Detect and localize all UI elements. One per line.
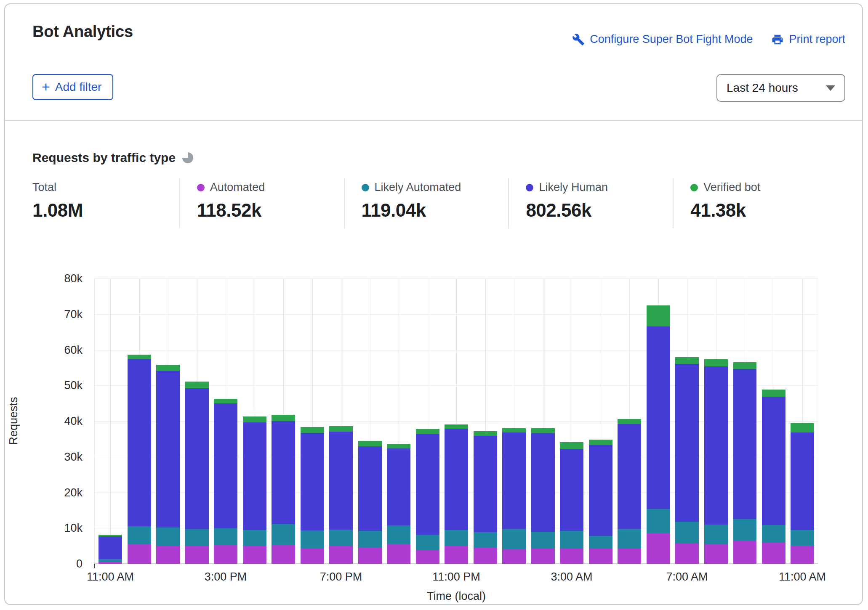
bar-segment-verified-bot[interactable] — [156, 365, 180, 371]
bar-segment-likely-human[interactable] — [791, 432, 814, 530]
bar-1:00 PM[interactable] — [156, 365, 180, 564]
bar-4:00 PM[interactable] — [243, 416, 266, 564]
bar-segment-likely-automated[interactable] — [416, 535, 439, 550]
bar-segment-likely-automated[interactable] — [560, 531, 583, 549]
bar-segment-verified-bot[interactable] — [675, 357, 699, 364]
bar-segment-automated[interactable] — [647, 533, 670, 564]
bar-segment-verified-bot[interactable] — [416, 429, 439, 434]
bar-segment-automated[interactable] — [502, 549, 526, 564]
bar-segment-verified-bot[interactable] — [358, 441, 382, 446]
bar-segment-automated[interactable] — [128, 544, 151, 564]
bar-segment-verified-bot[interactable] — [445, 424, 468, 429]
bar-segment-likely-human[interactable] — [128, 359, 151, 526]
bar-segment-likely-automated[interactable] — [733, 519, 756, 541]
bar-segment-likely-automated[interactable] — [128, 526, 151, 544]
bar-segment-verified-bot[interactable] — [243, 416, 266, 422]
bar-segment-likely-human[interactable] — [618, 424, 641, 529]
bar-segment-likely-automated[interactable] — [675, 522, 699, 544]
bar-segment-likely-human[interactable] — [156, 371, 180, 528]
bar-11:00 PM[interactable] — [445, 424, 468, 564]
bar-segment-automated[interactable] — [589, 549, 612, 564]
bar-4:00 AM[interactable] — [589, 440, 612, 564]
bar-segment-automated[interactable] — [675, 544, 699, 564]
bar-segment-likely-human[interactable] — [589, 445, 612, 536]
bar-segment-likely-human[interactable] — [675, 364, 699, 522]
bar-segment-likely-automated[interactable] — [243, 530, 266, 546]
bar-segment-likely-human[interactable] — [272, 421, 295, 524]
bar-segment-likely-human[interactable] — [704, 366, 728, 524]
bar-segment-likely-human[interactable] — [762, 397, 785, 525]
bar-segment-likely-human[interactable] — [214, 403, 237, 528]
bar-segment-likely-human[interactable] — [301, 433, 324, 530]
bar-6:00 AM[interactable] — [647, 305, 670, 564]
bar-12:00 PM[interactable] — [128, 355, 151, 564]
bar-8:00 AM[interactable] — [704, 359, 728, 564]
bar-segment-likely-automated[interactable] — [762, 525, 785, 543]
bar-segment-likely-automated[interactable] — [387, 525, 410, 544]
bar-segment-automated[interactable] — [704, 544, 728, 564]
bar-segment-verified-bot[interactable] — [474, 431, 497, 436]
bar-segment-automated[interactable] — [733, 541, 756, 564]
bar-segment-automated[interactable] — [272, 545, 295, 564]
bar-11:00 AM[interactable] — [791, 423, 814, 564]
bar-segment-automated[interactable] — [531, 549, 555, 564]
bar-segment-verified-bot[interactable] — [502, 428, 526, 432]
bar-segment-automated[interactable] — [329, 546, 353, 564]
bar-segment-verified-bot[interactable] — [560, 442, 583, 449]
bar-segment-automated[interactable] — [387, 544, 410, 564]
bar-segment-automated[interactable] — [358, 548, 382, 564]
bar-segment-automated[interactable] — [301, 548, 324, 564]
bar-segment-likely-human[interactable] — [416, 434, 439, 535]
bar-segment-likely-automated[interactable] — [156, 528, 180, 546]
bar-segment-likely-human[interactable] — [329, 432, 353, 530]
bar-9:00 PM[interactable] — [387, 444, 410, 564]
bar-1:00 AM[interactable] — [502, 428, 526, 564]
print-report-link[interactable]: Print report — [771, 33, 845, 46]
bar-segment-verified-bot[interactable] — [301, 427, 324, 433]
bar-segment-verified-bot[interactable] — [387, 444, 410, 448]
bar-6:00 PM[interactable] — [301, 427, 324, 564]
bar-segment-verified-bot[interactable] — [733, 362, 756, 369]
bar-segment-likely-human[interactable] — [358, 446, 382, 531]
bar-7:00 PM[interactable] — [329, 426, 353, 564]
bar-5:00 AM[interactable] — [618, 419, 641, 564]
bar-3:00 AM[interactable] — [560, 442, 583, 564]
bar-10:00 AM[interactable] — [762, 390, 785, 564]
bar-segment-likely-automated[interactable] — [185, 529, 209, 546]
bar-segment-verified-bot[interactable] — [647, 305, 670, 327]
bar-segment-likely-human[interactable] — [502, 432, 526, 529]
bar-segment-verified-bot[interactable] — [762, 390, 785, 397]
bar-segment-verified-bot[interactable] — [128, 355, 151, 360]
bar-2:00 PM[interactable] — [185, 382, 209, 564]
bar-11:00 AM[interactable] — [99, 535, 122, 564]
bar-segment-automated[interactable] — [791, 546, 814, 564]
bar-segment-likely-automated[interactable] — [272, 524, 295, 545]
bar-segment-likely-human[interactable] — [387, 448, 410, 525]
bar-segment-verified-bot[interactable] — [791, 423, 814, 432]
bar-segment-likely-human[interactable] — [474, 436, 497, 532]
bar-segment-likely-human[interactable] — [185, 388, 209, 529]
bar-segment-likely-human[interactable] — [531, 433, 555, 532]
bar-segment-automated[interactable] — [474, 548, 497, 564]
bar-segment-likely-automated[interactable] — [647, 509, 670, 533]
bar-segment-likely-human[interactable] — [560, 449, 583, 531]
bar-segment-automated[interactable] — [156, 546, 180, 564]
bar-segment-verified-bot[interactable] — [214, 399, 237, 403]
bar-segment-verified-bot[interactable] — [329, 426, 353, 432]
bar-segment-likely-automated[interactable] — [618, 529, 641, 549]
bar-segment-verified-bot[interactable] — [531, 428, 555, 433]
bar-segment-likely-automated[interactable] — [99, 559, 122, 562]
bar-5:00 PM[interactable] — [272, 415, 295, 564]
bar-10:00 PM[interactable] — [416, 429, 439, 564]
bar-segment-automated[interactable] — [560, 549, 583, 564]
bar-segment-automated[interactable] — [445, 546, 468, 564]
bar-segment-verified-bot[interactable] — [185, 382, 209, 388]
bar-segment-automated[interactable] — [243, 546, 266, 564]
bar-segment-verified-bot[interactable] — [99, 535, 122, 536]
bar-2:00 AM[interactable] — [531, 428, 555, 564]
bar-segment-automated[interactable] — [762, 543, 785, 564]
bar-8:00 PM[interactable] — [358, 441, 382, 564]
bar-segment-likely-automated[interactable] — [214, 528, 237, 545]
bar-segment-likely-automated[interactable] — [301, 530, 324, 548]
bar-9:00 AM[interactable] — [733, 362, 756, 564]
